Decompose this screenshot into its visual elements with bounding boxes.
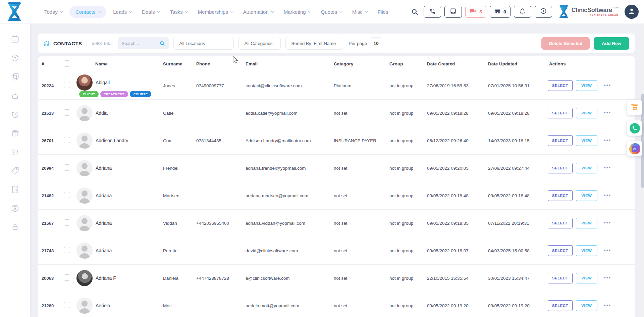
nav-item-misc[interactable]: Misc: [349, 6, 371, 18]
nav-item-memberships[interactable]: Memberships: [195, 6, 236, 18]
floating-ai-button[interactable]: AI: [627, 141, 642, 156]
per-page-input[interactable]: [370, 37, 382, 49]
contact-name[interactable]: Adriana: [96, 220, 112, 226]
location-filter[interactable]: All Locations: [173, 37, 234, 50]
layers-icon[interactable]: [11, 72, 19, 81]
view-button[interactable]: VIEW: [576, 108, 597, 118]
contact-name[interactable]: Aeriela: [96, 303, 110, 308]
nav-item-quotes[interactable]: Quotes: [318, 6, 345, 18]
avatar[interactable]: [76, 160, 93, 176]
contact-name[interactable]: Adriana: [96, 193, 112, 198]
user-menu-button[interactable]: [625, 5, 639, 19]
view-button[interactable]: VIEW: [576, 163, 597, 173]
row-checkbox[interactable]: [64, 164, 70, 171]
delete-selected-button[interactable]: Delete Selected: [541, 37, 590, 50]
app-logo-icon[interactable]: [7, 2, 22, 21]
nav-item-deals[interactable]: Deals: [139, 6, 163, 18]
report-icon[interactable]: [11, 185, 19, 194]
cart-icon[interactable]: [11, 148, 19, 156]
voucher-icon[interactable]: [11, 166, 19, 175]
select-button[interactable]: SELECT: [548, 80, 573, 91]
support-icon[interactable]: [11, 204, 19, 213]
contact-name[interactable]: Adriana: [96, 165, 112, 171]
contact-name[interactable]: Addison Landry: [96, 138, 128, 143]
more-actions-button[interactable]: •••: [604, 220, 611, 225]
more-actions-button[interactable]: •••: [604, 247, 611, 253]
view-button[interactable]: VIEW: [576, 273, 597, 283]
help-button[interactable]: ?: [535, 6, 552, 18]
select-button[interactable]: SELECT: [548, 135, 573, 146]
nav-item-files[interactable]: Files: [374, 6, 392, 18]
history-icon[interactable]: [11, 110, 19, 119]
store-button[interactable]: 0: [490, 6, 511, 18]
lock-icon[interactable]: [11, 223, 19, 231]
nav-item-marketing[interactable]: Marketing: [280, 6, 314, 18]
view-button[interactable]: VIEW: [576, 245, 597, 256]
select-button[interactable]: SELECT: [548, 218, 573, 228]
row-checkbox[interactable]: [64, 192, 70, 198]
topbar-right: 3 0: [411, 5, 639, 19]
nav-item-leads[interactable]: Leads: [110, 6, 135, 18]
row-checkbox[interactable]: [64, 302, 70, 308]
contact-name[interactable]: Adriana F: [96, 275, 116, 281]
contact-name[interactable]: Adriana: [96, 248, 112, 253]
more-actions-button[interactable]: •••: [604, 137, 611, 143]
avatar[interactable]: [76, 298, 93, 314]
add-new-button[interactable]: Add New: [594, 37, 629, 50]
view-button[interactable]: VIEW: [576, 300, 597, 311]
basket-in-icon[interactable]: [11, 91, 19, 100]
search-input[interactable]: [121, 41, 159, 46]
more-actions-button[interactable]: •••: [604, 165, 611, 170]
nav-item-today[interactable]: Today: [41, 6, 66, 18]
contact-name[interactable]: Abigail: [96, 80, 110, 85]
select-button[interactable]: SELECT: [548, 273, 573, 283]
select-button[interactable]: SELECT: [548, 163, 573, 173]
avatar[interactable]: [76, 74, 93, 91]
nav-item-automation[interactable]: Automation: [240, 6, 277, 18]
row-checkbox[interactable]: [64, 247, 70, 253]
avatar[interactable]: [76, 243, 93, 259]
select-button[interactable]: SELECT: [548, 190, 573, 201]
row-checkbox[interactable]: [64, 82, 70, 88]
more-actions-button[interactable]: •••: [604, 82, 611, 88]
row-checkbox[interactable]: [64, 219, 70, 226]
row-checkbox[interactable]: [64, 274, 70, 281]
chat-button[interactable]: 3: [465, 6, 486, 18]
avatar[interactable]: [76, 105, 93, 121]
avatar[interactable]: [76, 270, 93, 286]
notifications-button[interactable]: [514, 6, 531, 18]
more-actions-button[interactable]: •••: [604, 192, 611, 198]
row-checkbox[interactable]: [64, 109, 70, 116]
select-button[interactable]: SELECT: [548, 108, 573, 118]
select-button[interactable]: SELECT: [548, 245, 573, 256]
select-button[interactable]: SELECT: [548, 300, 573, 311]
phone-button[interactable]: [424, 6, 441, 18]
floating-whatsapp-button[interactable]: [627, 120, 642, 136]
contact-name[interactable]: Addia: [96, 110, 108, 116]
inbox-button[interactable]: [444, 6, 462, 18]
sort-filter[interactable]: Sorted By: First Name: [285, 37, 343, 50]
avatar[interactable]: [76, 188, 93, 204]
select-all-checkbox[interactable]: [64, 60, 70, 67]
search-icon[interactable]: [159, 41, 165, 46]
contact-email: adriana.martsen@yopmail.com: [246, 182, 334, 209]
search-icon[interactable]: [411, 8, 418, 15]
view-button[interactable]: VIEW: [576, 135, 597, 146]
package-icon[interactable]: [11, 54, 19, 62]
scrollbar-track[interactable]: [641, 23, 644, 317]
calendar-icon[interactable]: 12: [11, 35, 19, 44]
category-filter[interactable]: All Categories: [238, 37, 281, 50]
gift-icon[interactable]: [11, 129, 19, 138]
more-actions-button[interactable]: •••: [604, 275, 611, 280]
view-button[interactable]: VIEW: [576, 218, 597, 228]
row-checkbox[interactable]: [64, 137, 70, 143]
nav-item-contacts[interactable]: Contacts: [69, 6, 106, 18]
floating-cart-button[interactable]: [627, 100, 642, 115]
more-actions-button[interactable]: •••: [604, 302, 611, 308]
avatar[interactable]: [76, 215, 93, 231]
avatar[interactable]: [76, 133, 93, 149]
nav-item-tasks[interactable]: Tasks: [166, 6, 191, 18]
view-button[interactable]: VIEW: [576, 190, 597, 201]
view-button[interactable]: VIEW: [576, 80, 597, 91]
more-actions-button[interactable]: •••: [604, 110, 611, 115]
